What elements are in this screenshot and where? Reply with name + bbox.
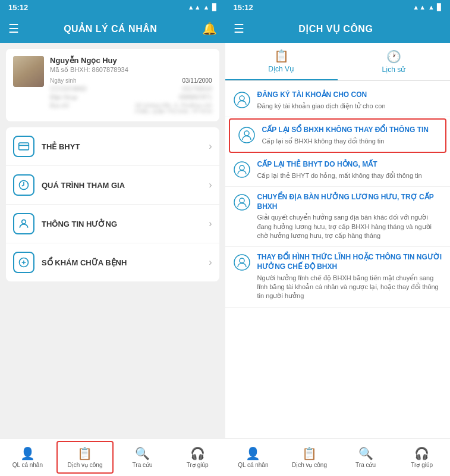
- tab-lich-su[interactable]: 🕐 Lịch sử: [338, 43, 450, 80]
- service-text-3: CẤP LẠI THẺ BHYT DO HỎNG, MẤT Cấp lại th…: [257, 160, 443, 180]
- qua-trinh-label: QUÁ TRÌNH THAM GIA: [42, 181, 202, 190]
- svg-point-16: [240, 258, 244, 263]
- service-title-2: CẤP LẠI SỔ BHXH KHÔNG THAY ĐỔI THÔNG TIN: [262, 126, 439, 135]
- phone-label: Điện thoại: [50, 94, 77, 101]
- service-icon-5: [232, 253, 251, 272]
- left-status-icons: ▲▲ ▲ ▊: [188, 4, 217, 11]
- service-cap-lai-so[interactable]: CẤP LẠI SỔ BHXH KHÔNG THAY ĐỔI THÔNG TIN…: [229, 118, 447, 153]
- service-desc-4: Giải quyết chuyển hưởng sang địa bàn khá…: [257, 213, 443, 240]
- signal-icon-r: ▲▲: [413, 4, 426, 11]
- right-menu-icon[interactable]: ☰: [234, 21, 244, 36]
- svg-point-8: [240, 96, 244, 101]
- left-bottom-nav: 👤 QL cá nhân 📋 Dịch vụ công 🔍 Tra cứu 🎧 …: [0, 438, 225, 476]
- service-text-5: THAY ĐỔI HÌNH THỨC LĨNH HOẶC THÔNG TIN N…: [257, 253, 443, 300]
- person-icon: 👤: [20, 446, 35, 461]
- dob-value: 03/11/2000: [182, 77, 212, 84]
- menu-item-thong-tin[interactable]: THÔNG TIN HƯỞNG ›: [6, 205, 219, 243]
- field-cccd: CCCD/CMND 031750019: [50, 86, 212, 92]
- nav-tra-cuu-right[interactable]: 🔍 Tra cứu: [338, 439, 394, 476]
- tab-dich-vu[interactable]: 📋 Dịch Vụ: [225, 43, 338, 80]
- right-phone: 15:12 ▲▲ ▲ ▊ ☰ DỊCH VỤ CÔNG 📋 Dịch Vụ 🕐 …: [225, 0, 451, 476]
- nav-tracuu-label-r: Tra cứu: [355, 462, 376, 469]
- profile-fields: Ngày sinh 03/11/2000 CCCD/CMND 031750019…: [50, 77, 212, 114]
- nav-dich-vu-cong-left[interactable]: 📋 Dịch vụ công: [56, 441, 114, 474]
- address-label: Địa chỉ: [50, 102, 69, 114]
- service-title-4: CHUYỂN ĐỊA BÀN HƯỞNG LƯƠNG HƯU, TRỢ CẤP …: [257, 193, 443, 211]
- service-thay-doi[interactable]: THAY ĐỔI HÌNH THỨC LĨNH HOẶC THÔNG TIN N…: [225, 247, 451, 307]
- nav-tro-giup-left[interactable]: 🎧 Trợ giúp: [170, 439, 225, 476]
- svg-point-12: [240, 165, 244, 170]
- dich-vu-tab-label: Dịch Vụ: [268, 65, 294, 73]
- service-text-4: CHUYỂN ĐỊA BÀN HƯỞNG LƯƠNG HƯU, TRỢ CẤP …: [257, 193, 443, 240]
- avatar: [13, 56, 44, 87]
- cccd-value: 031750019: [182, 86, 212, 92]
- nav-dich-vu-cong-right[interactable]: 📋 Dịch vụ công: [281, 439, 338, 476]
- lich-su-tab-icon: 🕐: [386, 49, 401, 64]
- service-text-1: ĐĂNG KÝ TÀI KHOẢN CHO CON Đăng ký tài kh…: [257, 90, 443, 111]
- nav-dvc-label: Dịch vụ công: [67, 462, 102, 469]
- address-value: Số Hoàng Hữu, S. Phường Linh Chiểu, Quận…: [123, 102, 212, 114]
- service-title-1: ĐĂNG KÝ TÀI KHOẢN CHO CON: [257, 90, 443, 100]
- chevron-right-icon: ›: [209, 141, 212, 152]
- profile-info: Nguyễn Ngọc Huy Mã số BHXH: 8607878934 N…: [50, 56, 212, 114]
- nav-trogiup-label-r: Trợ giúp: [411, 462, 433, 469]
- service-title-3: CẤP LẠI THẺ BHYT DO HỎNG, MẤT: [257, 160, 443, 170]
- dich-vu-tab-icon: 📋: [274, 49, 289, 63]
- service-dang-ky[interactable]: ĐĂNG KÝ TÀI KHOẢN CHO CON Đăng ký tài kh…: [225, 84, 451, 117]
- nav-tra-cuu-left[interactable]: 🔍 Tra cứu: [115, 439, 170, 476]
- thong-tin-label: THÔNG TIN HƯỞNG: [42, 220, 202, 228]
- search-icon: 🔍: [135, 446, 150, 461]
- menu-item-qua-trinh[interactable]: QUÁ TRÌNH THAM GIA ›: [6, 166, 219, 205]
- profile-id: Mã số BHXH: 8607878934: [50, 66, 212, 74]
- the-bhyt-icon: [13, 136, 34, 157]
- nav-trogiup-label: Trợ giúp: [187, 462, 209, 469]
- battery-icon-r: ▊: [437, 4, 442, 11]
- field-phone: Điện thoại 0988867871: [50, 94, 212, 101]
- chevron-right-icon-2: ›: [209, 180, 212, 190]
- chevron-right-icon-3: ›: [209, 218, 212, 229]
- right-header: ☰ DỊCH VỤ CÔNG: [225, 14, 451, 43]
- qua-trinh-icon: [13, 174, 34, 196]
- nav-tracuu-label: Tra cứu: [133, 462, 153, 469]
- cccd-label: CCCD/CMND: [50, 86, 87, 92]
- service-icon-4: [232, 193, 251, 212]
- right-bottom-nav: 👤 QL cá nhân 📋 Dịch vụ công 🔍 Tra cứu 🎧 …: [225, 438, 451, 476]
- left-header: ☰ QUẢN LÝ CÁ NHÂN 🔔: [0, 14, 225, 43]
- chevron-right-icon-4: ›: [209, 257, 212, 268]
- signal-icon: ▲▲: [188, 4, 201, 11]
- service-desc-2: Cấp lại sổ BHXH không thay đổi thông tin: [262, 137, 439, 146]
- nav-ql-ca-nhan-right[interactable]: 👤 QL cá nhân: [225, 439, 282, 476]
- right-status-icons: ▲▲ ▲ ▊: [413, 4, 442, 11]
- service-text-2: CẤP LẠI SỔ BHXH KHÔNG THAY ĐỔI THÔNG TIN…: [262, 126, 439, 146]
- field-address: Địa chỉ Số Hoàng Hữu, S. Phường Linh Chi…: [50, 102, 212, 114]
- lich-su-tab-label: Lịch sử: [382, 65, 406, 74]
- nav-tro-giup-right[interactable]: 🎧 Trợ giúp: [394, 439, 450, 476]
- list-icon-r: 📋: [302, 446, 317, 461]
- menu-item-the-bhyt[interactable]: THẺ BHYT ›: [6, 127, 219, 166]
- service-list: ĐĂNG KÝ TÀI KHOẢN CHO CON Đăng ký tài kh…: [225, 81, 451, 438]
- nav-ql-ca-nhan-left[interactable]: 👤 QL cá nhân: [0, 439, 55, 476]
- bell-icon[interactable]: 🔔: [202, 21, 217, 36]
- svg-point-13: [234, 195, 250, 210]
- the-bhyt-label: THẺ BHYT: [42, 142, 202, 151]
- dob-label: Ngày sinh: [50, 77, 76, 84]
- svg-point-15: [234, 255, 250, 270]
- person-icon-r: 👤: [246, 446, 260, 461]
- menu-item-so-kham[interactable]: SỔ KHÁM CHỮA BỆNH ›: [6, 243, 219, 281]
- field-dob: Ngày sinh 03/11/2000: [50, 77, 212, 84]
- wifi-icon: ▲: [203, 4, 210, 11]
- service-cap-lai-the[interactable]: CẤP LẠI THẺ BHYT DO HỎNG, MẤT Cấp lại th…: [225, 154, 451, 187]
- service-tabs: 📋 Dịch Vụ 🕐 Lịch sử: [225, 43, 451, 81]
- left-menu-icon[interactable]: ☰: [8, 21, 19, 36]
- right-status-bar: 15:12 ▲▲ ▲ ▊: [225, 0, 451, 14]
- left-scroll-content: Nguyễn Ngọc Huy Mã số BHXH: 8607878934 N…: [0, 43, 225, 438]
- left-header-title: QUẢN LÝ CÁ NHÂN: [19, 23, 202, 35]
- nav-ql-label: QL cá nhân: [12, 462, 43, 469]
- service-items-container: ĐĂNG KÝ TÀI KHOẢN CHO CON Đăng ký tài kh…: [225, 81, 451, 311]
- service-icon-1: [232, 90, 251, 109]
- right-header-title: DỊCH VỤ CÔNG: [244, 23, 428, 35]
- svg-rect-0: [19, 143, 29, 150]
- left-status-bar: 15:12 ▲▲ ▲ ▊: [0, 0, 225, 14]
- service-chuyen-dia-ban[interactable]: CHUYỂN ĐỊA BÀN HƯỞNG LƯƠNG HƯU, TRỢ CẤP …: [225, 187, 451, 247]
- service-desc-1: Đăng ký tài khoản giao dịch điện tử cho …: [257, 102, 443, 111]
